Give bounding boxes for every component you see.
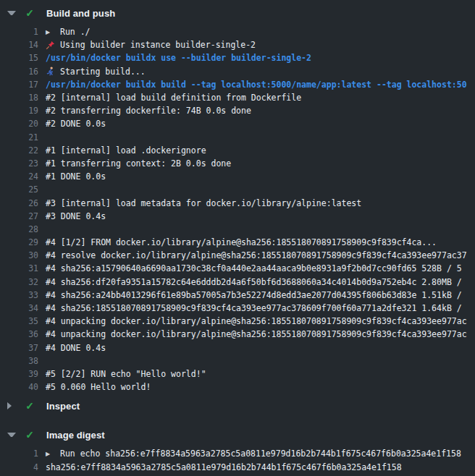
log-line: 16Starting build... <box>0 65 475 78</box>
log-text: #4 sha256:a24bb4013296f61e89ba57005a7b3e… <box>46 290 462 300</box>
line-number[interactable]: 23 <box>0 158 38 169</box>
line-number[interactable]: 40 <box>0 382 38 392</box>
log-line: 38 <box>0 354 475 367</box>
log-text: #4 sha256:185518070891758909c9f839cf4ca3… <box>46 303 462 313</box>
log-text: #4 resolve docker.io/library/alpine@sha2… <box>46 250 467 260</box>
log-text: #5 0.060 Hello world! <box>46 382 151 392</box>
line-number[interactable]: 26 <box>0 198 38 208</box>
log-line: 28 <box>0 223 475 236</box>
line-number[interactable]: 32 <box>0 277 38 287</box>
log-line: 36#4 unpacking docker.io/library/alpine@… <box>0 328 475 341</box>
log-text: #3 DONE 0.4s <box>46 211 106 221</box>
line-number[interactable]: 35 <box>0 316 38 326</box>
log-line: 23#1 transferring context: 2B 0.0s done <box>0 157 475 170</box>
line-number[interactable]: 37 <box>0 343 38 353</box>
log-text: #4 unpacking docker.io/library/alpine@sh… <box>46 316 467 326</box>
log-text: #2 [internal] load build definition from… <box>46 93 301 103</box>
log-text: #2 transferring dockerfile: 74B 0.0s don… <box>46 106 251 116</box>
log-lines-build-and-push: 1▶Run ./14Using builder instance builder… <box>0 25 475 394</box>
check-icon: ✓ <box>24 401 35 411</box>
line-number[interactable]: 14 <box>0 40 38 50</box>
log-line: 34#4 sha256:185518070891758909c9f839cf4c… <box>0 302 475 315</box>
chevron-right-icon[interactable] <box>7 402 16 409</box>
log-line: 24#1 DONE 0.0s <box>0 170 475 183</box>
line-number[interactable]: 31 <box>0 263 38 273</box>
log-text: #1 DONE 0.0s <box>46 171 106 182</box>
log-line: 17/usr/bin/docker buildx build --tag loc… <box>0 78 475 91</box>
section-title: Inspect <box>46 401 80 412</box>
log-line: 14Using builder instance builder-single-… <box>0 38 475 51</box>
log-text: #4 unpacking docker.io/library/alpine@sh… <box>46 329 467 339</box>
line-number[interactable]: 38 <box>0 356 38 366</box>
line-number[interactable]: 1 <box>0 449 38 459</box>
log-line: 29#4 [1/2] FROM docker.io/library/alpine… <box>0 236 475 249</box>
pushpin-icon <box>46 41 55 50</box>
chevron-down-icon[interactable] <box>7 11 16 15</box>
section-title: Build and push <box>46 8 115 19</box>
line-number[interactable]: 1 <box>0 27 38 37</box>
log-text: #4 sha256:df20fa9351a15782c64e6dddb2d4a6… <box>46 277 462 287</box>
log-line: 19#2 transferring dockerfile: 74B 0.0s d… <box>0 104 475 117</box>
log-text: Using builder instance builder-single-2 <box>46 40 256 50</box>
log-text: Starting build... <box>46 67 146 77</box>
line-number[interactable]: 34 <box>0 303 38 313</box>
log-text: #5 [2/2] RUN echo "Hello world!" <box>46 369 206 379</box>
section-header-build-and-push[interactable]: ✓Build and push <box>0 6 475 20</box>
line-number[interactable]: 19 <box>0 106 38 116</box>
log-line: 27#3 DONE 0.4s <box>0 210 475 223</box>
log-text: /usr/bin/docker buildx build --tag local… <box>46 80 467 90</box>
line-number[interactable]: 28 <box>0 224 38 234</box>
log-line: 20#2 DONE 0.0s <box>0 117 475 130</box>
log-text: #2 DONE 0.0s <box>46 119 106 129</box>
check-icon: ✓ <box>24 8 35 18</box>
line-number[interactable]: 39 <box>0 369 38 379</box>
log-line: 1▶Run ./ <box>0 25 475 38</box>
section-title: Image digest <box>46 430 105 441</box>
line-number[interactable]: 24 <box>0 171 38 182</box>
log-line: 32#4 sha256:df20fa9351a15782c64e6dddb2d4… <box>0 276 475 289</box>
log-line: 31#4 sha256:a15790640a6690aa1730c38cf0a4… <box>0 262 475 275</box>
line-number[interactable]: 27 <box>0 211 38 221</box>
log-line: 1▶Run echo sha256:e7ff8834a5963a2785c5a0… <box>0 447 475 460</box>
line-number[interactable]: 21 <box>0 132 38 143</box>
log-line: 37#4 DONE 0.4s <box>0 341 475 354</box>
log-text: #3 [internal] load metadata for docker.i… <box>46 198 361 208</box>
line-number[interactable]: 33 <box>0 290 38 300</box>
line-number[interactable]: 4 <box>0 462 38 472</box>
line-number[interactable]: 22 <box>0 145 38 156</box>
line-number[interactable]: 36 <box>0 329 38 339</box>
log-text: #4 DONE 0.4s <box>46 343 106 353</box>
section-header-image-digest[interactable]: ✓Image digest <box>0 428 475 442</box>
line-number[interactable]: 17 <box>0 80 38 90</box>
line-number[interactable]: 18 <box>0 93 38 103</box>
log-line: 30#4 resolve docker.io/library/alpine@sh… <box>0 249 475 262</box>
run-expander-icon[interactable]: ▶ <box>46 449 55 459</box>
chevron-down-icon[interactable] <box>7 433 16 437</box>
line-number[interactable]: 25 <box>0 184 38 195</box>
log-text: sha256:e7ff8834a5963a2785c5a0811e979d16b… <box>46 462 402 472</box>
workflow-log-viewer: ✓Build and push1▶Run ./14Using builder i… <box>0 0 475 474</box>
section-header-inspect[interactable]: ✓Inspect <box>0 399 475 413</box>
log-line: 18#2 [internal] load build definition fr… <box>0 91 475 104</box>
line-number[interactable]: 15 <box>0 53 38 63</box>
line-number[interactable]: 16 <box>0 67 38 77</box>
log-line: 33#4 sha256:a24bb4013296f61e89ba57005a7b… <box>0 289 475 302</box>
run-expander-icon[interactable]: ▶ <box>46 27 55 37</box>
log-text: #1 [internal] load .dockerignore <box>46 145 206 156</box>
check-icon: ✓ <box>24 430 35 440</box>
log-text: #4 sha256:a15790640a6690aa1730c38cf0a440… <box>46 263 462 273</box>
log-text: #1 transferring context: 2B 0.0s done <box>46 158 231 169</box>
log-line: 26#3 [internal] load metadata for docker… <box>0 196 475 209</box>
line-number[interactable]: 30 <box>0 250 38 260</box>
runner-icon <box>46 67 55 76</box>
line-number[interactable]: 29 <box>0 237 38 247</box>
log-line: 39#5 [2/2] RUN echo "Hello world!" <box>0 367 475 381</box>
log-line: 21 <box>0 131 475 144</box>
log-text: #4 [1/2] FROM docker.io/library/alpine@s… <box>46 237 437 247</box>
log-line: 25 <box>0 183 475 196</box>
log-text: ▶Run echo sha256:e7ff8834a5963a2785c5a08… <box>46 449 461 459</box>
log-text: ▶Run ./ <box>46 27 91 37</box>
log-line: 22#1 [internal] load .dockerignore <box>0 144 475 157</box>
line-number[interactable]: 20 <box>0 119 38 129</box>
log-line: 40#5 0.060 Hello world! <box>0 381 475 394</box>
